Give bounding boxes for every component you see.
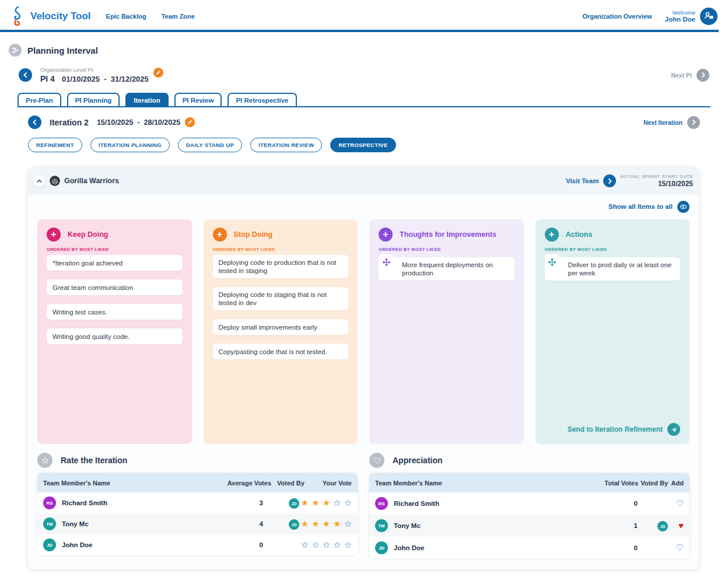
star-icon[interactable]: ★: [323, 498, 330, 508]
next-pi-button[interactable]: [696, 69, 709, 82]
previous-iteration-button[interactable]: [28, 116, 41, 129]
retro-card[interactable]: Copy/pasting code that is not tested.: [213, 344, 349, 359]
star-icon[interactable]: ☆: [333, 498, 341, 508]
table-row: JDJohn Doe 0 ☆☆☆☆☆: [37, 534, 358, 555]
drag-handle-icon[interactable]: [379, 254, 394, 270]
visit-team-label[interactable]: Visit Team: [566, 177, 598, 184]
tab-iteration[interactable]: Iteration: [125, 93, 168, 106]
table-row: TMTony Mc 1 JD ♥: [369, 515, 690, 537]
heart-icon[interactable]: ♡: [676, 498, 684, 508]
subtab-iteration-review[interactable]: ITERATION REVIEW: [250, 138, 322, 152]
pi-tabs: Pre-Plan PI Planning Iteration PI Review…: [18, 93, 710, 107]
nav-organization-overview[interactable]: Organization Overview: [582, 13, 652, 20]
retro-card[interactable]: Deploying code to production that is not…: [213, 255, 349, 278]
member-name: John Doe: [394, 544, 424, 551]
planning-interval-icon: [9, 44, 22, 57]
visit-team-button[interactable]: [603, 174, 616, 187]
star-icon[interactable]: ★: [312, 519, 319, 529]
member-avatar: RS: [375, 497, 388, 510]
star-icon[interactable]: ☆: [333, 540, 341, 550]
star-icon[interactable]: ☆: [344, 519, 352, 529]
send-to-iteration-refinement[interactable]: Send to Iteration Refinement: [568, 423, 680, 436]
member-avatar: RS: [43, 496, 56, 509]
iteration-subtabs: REFINEMENT ITERATION PLANNING DAILY STAN…: [28, 138, 728, 152]
iteration-navigation-row: Iteration 2 15/10/2025 - 28/10/2025 Next…: [28, 116, 700, 129]
voted-by-avatar: JD: [289, 519, 299, 530]
subtab-iteration-planning[interactable]: ITERATION PLANNING: [90, 138, 170, 152]
star-icon[interactable]: ☆: [344, 498, 352, 508]
card-text: More frequent deployments on production: [402, 261, 509, 277]
card-text: Writing good quality code.: [52, 333, 177, 341]
star-icon[interactable]: ★: [333, 519, 341, 529]
card-text: Deploying code to staging that is not te…: [219, 291, 343, 307]
ordered-by-label: ORDERED BY MOST LIKED: [47, 247, 183, 252]
tab-pre-plan[interactable]: Pre-Plan: [18, 93, 61, 106]
retro-card[interactable]: Great team communication: [47, 279, 183, 295]
add-item-button[interactable]: +: [47, 228, 61, 242]
col-header: Add: [668, 480, 684, 487]
iteration-name: Iteration 2: [50, 118, 89, 127]
rate-iteration-title: Rate the Iteration: [61, 456, 127, 465]
star-icon[interactable]: ★: [301, 519, 309, 529]
tab-pi-retrospective[interactable]: PI Retrospective: [228, 93, 296, 106]
app-logo-icon: [10, 6, 24, 27]
drag-handle-icon[interactable]: [545, 254, 560, 270]
subtab-retrospective[interactable]: RETROSPECTIVE: [330, 138, 396, 152]
next-iteration-button[interactable]: [687, 116, 700, 129]
voted-by-cell: JD: [271, 497, 299, 509]
star-icon[interactable]: ★: [312, 498, 319, 508]
retro-card[interactable]: Deploy small improvements early: [213, 319, 349, 335]
show-all-items-label[interactable]: Show all Items to all: [608, 203, 673, 210]
add-item-button[interactable]: +: [545, 228, 559, 242]
heart-icon[interactable]: ♥: [678, 520, 684, 530]
edit-pi-button[interactable]: [153, 68, 163, 78]
nav-team-zone[interactable]: Team Zone: [162, 13, 195, 20]
collapse-team-button[interactable]: [33, 175, 46, 187]
total-votes: 0: [584, 544, 638, 551]
welcome-block: Welcome John Doe: [665, 9, 695, 23]
member-name: Richard Smith: [62, 499, 107, 506]
user-avatar[interactable]: [700, 8, 718, 25]
pi-navigation-row: Organization Level PI PI 4 01/10/2025 - …: [19, 67, 709, 83]
card-text: Writing test cases.: [52, 308, 177, 316]
col-header: Voted By: [271, 480, 299, 487]
retro-card[interactable]: Writing good quality code.: [47, 328, 183, 344]
card-text: Deploying code to production that is not…: [219, 258, 343, 275]
star-icon[interactable]: ☆: [323, 540, 330, 550]
retro-card[interactable]: Deliver to prod daily or at least one pe…: [545, 257, 681, 281]
tab-pi-review[interactable]: PI Review: [174, 93, 222, 106]
retro-card[interactable]: Writing test cases.: [47, 304, 183, 320]
average-votes: 4: [218, 520, 271, 527]
tab-pi-planning[interactable]: PI Planning: [67, 93, 120, 106]
card-text: Great team communication: [52, 284, 177, 292]
star-icon[interactable]: ★: [323, 519, 330, 529]
table-header-row: Team Member's Name Total Votes Voted By …: [369, 473, 690, 492]
actual-sprint-start-date: 15/10/2025: [620, 180, 693, 188]
member-name: Tony Mc: [62, 520, 89, 527]
subtab-refinement[interactable]: REFINEMENT: [28, 138, 82, 152]
appreciation-table: Team Member's Name Total Votes Voted By …: [369, 473, 690, 559]
rate-iteration-icon: [37, 453, 52, 468]
previous-pi-button[interactable]: [19, 68, 32, 82]
star-icon[interactable]: ☆: [301, 540, 309, 550]
star-icon[interactable]: ☆: [344, 540, 352, 550]
heart-icon[interactable]: ♡: [676, 543, 684, 552]
edit-iteration-button[interactable]: [185, 117, 195, 127]
retro-card[interactable]: More frequent deployments on production: [379, 257, 514, 281]
average-votes: 0: [218, 541, 271, 548]
column-title: Stop Doing: [234, 230, 273, 239]
show-all-items-button[interactable]: [677, 201, 690, 213]
subtab-daily-stand-up[interactable]: DAILY STAND UP: [178, 138, 242, 152]
add-item-button[interactable]: +: [213, 228, 227, 242]
star-icon[interactable]: ☆: [312, 540, 319, 550]
voted-by-avatar: JD: [289, 498, 299, 509]
retro-card[interactable]: *Iteration goal achieved: [47, 255, 183, 271]
send-icon[interactable]: [667, 423, 680, 436]
member-name: John Doe: [62, 541, 92, 548]
nav-epic-backlog[interactable]: Epic Backlog: [106, 13, 146, 20]
add-item-button[interactable]: +: [379, 228, 393, 242]
retro-card[interactable]: Deploying code to staging that is not te…: [213, 287, 349, 310]
table-row: RSRichard Smith 0 ♡: [369, 492, 690, 515]
member-avatar: TM: [375, 519, 388, 532]
star-icon[interactable]: ★: [301, 498, 309, 508]
